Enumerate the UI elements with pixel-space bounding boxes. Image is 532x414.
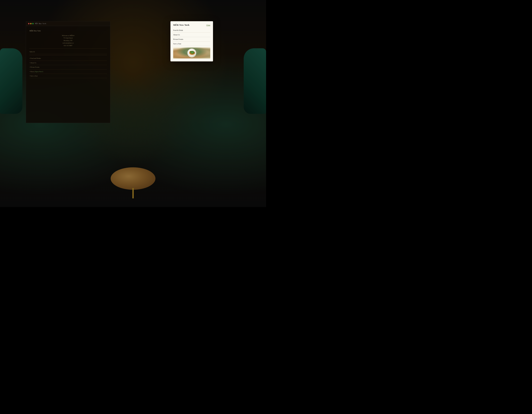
modal-navigation: Food & Drink About Us Private Events Sav… bbox=[171, 28, 213, 46]
modal-overlay: MÊR New York Close Food & Drink About Us… bbox=[0, 0, 266, 207]
modal-close-button[interactable]: Close bbox=[206, 24, 210, 26]
food-plate bbox=[187, 49, 196, 58]
modal-food-image-container bbox=[173, 48, 210, 59]
modal-nav-food[interactable]: Food & Drink bbox=[173, 28, 210, 33]
modal-nav-private[interactable]: Private Events bbox=[173, 37, 210, 42]
modal-panel: MÊR New York Close Food & Drink About Us… bbox=[171, 21, 213, 61]
modal-nav-seat[interactable]: Save a Seat bbox=[173, 42, 210, 46]
modal-nav-about[interactable]: About Us bbox=[173, 33, 210, 37]
modal-title: MÊR New York bbox=[173, 24, 190, 26]
modal-header: MÊR New York Close bbox=[171, 21, 213, 28]
modal-food-image bbox=[173, 48, 210, 59]
